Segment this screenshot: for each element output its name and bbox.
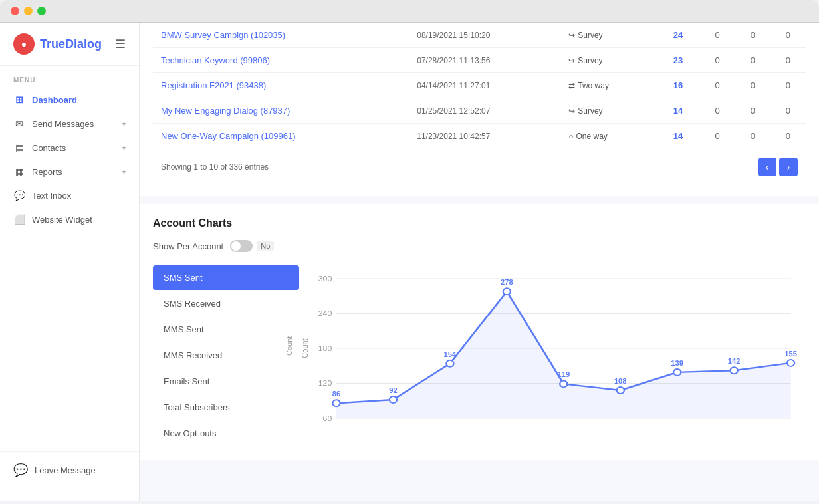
type-icon: ⇄ (568, 81, 575, 90)
svg-text:120: 120 (318, 379, 332, 387)
toggle-no-label: No (257, 241, 274, 251)
campaign-link[interactable]: New One-Way Campaign (109961) (161, 131, 296, 141)
zero-cell-2: 0 (735, 124, 770, 149)
sidebar-item-label: Reports (32, 167, 62, 177)
type-icon: ↪ (568, 31, 575, 40)
sidebar-item-send-messages[interactable]: ✉ Send Messages ▾ (0, 112, 139, 136)
per-account-toggle[interactable] (230, 240, 253, 252)
logo-text: TrueDialog (40, 37, 102, 51)
chart-menu-item-new-opt-outs[interactable]: New Opt-outs (153, 421, 299, 445)
show-per-account-label: Show Per Account (153, 241, 223, 251)
window-chrome (0, 0, 819, 23)
campaigns-table: BMW Survey Campign (102035) 08/19/2021 1… (153, 23, 806, 148)
svg-text:119: 119 (557, 371, 570, 378)
chart-menu-item-mms-sent[interactable]: MMS Sent (153, 317, 299, 342)
svg-point-12 (390, 396, 397, 403)
zero-cell-3: 0 (770, 23, 806, 48)
date-cell: 07/28/2021 11:13:56 (409, 48, 560, 73)
sidebar-header: ● TrueDialog ☰ (0, 23, 139, 66)
text-inbox-icon: 💬 (13, 190, 25, 201)
svg-point-10 (332, 400, 340, 406)
sidebar-item-text-inbox[interactable]: 💬 Text Inbox (0, 184, 139, 207)
zero-cell-3: 0 (770, 48, 806, 73)
svg-text:139: 139 (671, 359, 683, 366)
campaign-link[interactable]: Registration F2021 (93438) (161, 80, 266, 90)
sidebar-item-website-widget[interactable]: ⬜ Website Widget (0, 207, 139, 231)
chart-menu-item-sms-sent[interactable]: SMS Sent (153, 265, 299, 290)
chevron-down-icon: ▾ (122, 120, 126, 128)
minimize-button[interactable] (24, 7, 33, 15)
table-row: Registration F2021 (93438) 04/14/2021 11… (153, 73, 806, 98)
zero-cell-3: 0 (770, 124, 806, 149)
sidebar-item-label: Text Inbox (32, 191, 71, 201)
table-section: BMW Survey Campign (102035) 08/19/2021 1… (140, 23, 819, 196)
svg-text:86: 86 (332, 390, 341, 398)
charts-layout: SMS SentSMS ReceivedMMS SentMMS Received… (153, 265, 806, 447)
pagination-next-button[interactable]: › (779, 158, 798, 176)
website-widget-icon: ⬜ (13, 214, 25, 225)
reports-icon: ▦ (13, 166, 25, 177)
zero-cell-3: 0 (770, 98, 806, 124)
sidebar-item-dashboard[interactable]: ⊞ Dashboard (0, 88, 139, 112)
charts-title: Account Charts (153, 217, 806, 229)
chart-menu-item-emails-sent[interactable]: Emails Sent (153, 369, 299, 394)
count-cell: 14 (656, 98, 699, 124)
main-content: BMW Survey Campign (102035) 08/19/2021 1… (140, 23, 819, 501)
toggle-wrapper: No (230, 240, 274, 252)
table-row: BMW Survey Campign (102035) 08/19/2021 1… (153, 23, 806, 48)
chart-y-label: Count (285, 336, 293, 356)
svg-point-18 (560, 380, 567, 387)
chart-svg: 300240180120608692154278119108139142155C… (299, 265, 806, 438)
table-row: New One-Way Campaign (109961) 11/23/2021… (153, 124, 806, 149)
sidebar-item-reports[interactable]: ▦ Reports ▾ (0, 160, 139, 184)
zero-cell-2: 0 (735, 73, 770, 98)
svg-point-20 (617, 387, 624, 394)
charts-section: Account Charts Show Per Account No SMS S… (140, 204, 819, 460)
date-cell: 11/23/2021 10:42:57 (409, 124, 560, 149)
pagination-prev-button[interactable]: ‹ (758, 158, 776, 176)
chart-menu-item-mms-received[interactable]: MMS Received (153, 343, 299, 368)
svg-point-22 (673, 369, 681, 376)
type-cell: ↪Survey (560, 98, 656, 124)
count-cell: 16 (656, 73, 699, 98)
logo: ● TrueDialog (13, 33, 102, 55)
send-messages-icon: ✉ (13, 118, 25, 129)
type-icon: ○ (568, 132, 573, 141)
maximize-button[interactable] (37, 7, 46, 15)
hamburger-button[interactable]: ☰ (115, 37, 126, 51)
count-cell: 24 (656, 23, 699, 48)
type-cell: ↪Survey (560, 48, 656, 73)
date-cell: 01/25/2021 12:52:07 (409, 98, 560, 124)
svg-text:154: 154 (444, 350, 457, 358)
campaign-link[interactable]: My New Engaging Dialog (87937) (161, 106, 290, 116)
svg-text:92: 92 (389, 387, 398, 394)
count-cell: 14 (656, 124, 699, 149)
chart-menu-item-sms-received[interactable]: SMS Received (153, 291, 299, 316)
chevron-down-icon: ▾ (122, 144, 126, 152)
zero-cell-3: 0 (770, 73, 806, 98)
sidebar-item-contacts[interactable]: ▤ Contacts ▾ (0, 136, 139, 160)
leave-message-icon: 💬 (13, 463, 28, 477)
table-footer: Showing 1 to 10 of 336 entries ‹ › (153, 148, 806, 186)
leave-message-button[interactable]: 💬 Leave Message (0, 451, 139, 488)
show-per-account-row: Show Per Account No (153, 240, 806, 252)
svg-text:180: 180 (318, 344, 332, 352)
svg-text:278: 278 (501, 279, 513, 286)
type-cell: ↪Survey (560, 23, 656, 48)
type-icon: ↪ (568, 106, 575, 116)
contacts-icon: ▤ (13, 142, 25, 153)
campaign-link[interactable]: Technician Keyword (99806) (161, 55, 270, 65)
svg-point-14 (446, 360, 453, 367)
sidebar-item-label: Website Widget (32, 215, 92, 225)
campaign-link[interactable]: BMW Survey Campign (102035) (161, 30, 285, 40)
count-cell: 23 (656, 48, 699, 73)
sidebar-item-label: Contacts (32, 143, 66, 153)
zero-cell-1: 0 (700, 48, 735, 73)
zero-cell-1: 0 (700, 23, 735, 48)
svg-point-16 (503, 288, 511, 295)
chart-menu-item-total-subscribers[interactable]: Total Subscribers (153, 395, 299, 420)
app-container: ● TrueDialog ☰ MENU ⊞ Dashboard ✉ Send M… (0, 23, 819, 501)
close-button[interactable] (11, 7, 19, 15)
chart-area: Count 3002401801206086921542781191081391… (299, 265, 806, 438)
svg-text:60: 60 (323, 414, 332, 422)
